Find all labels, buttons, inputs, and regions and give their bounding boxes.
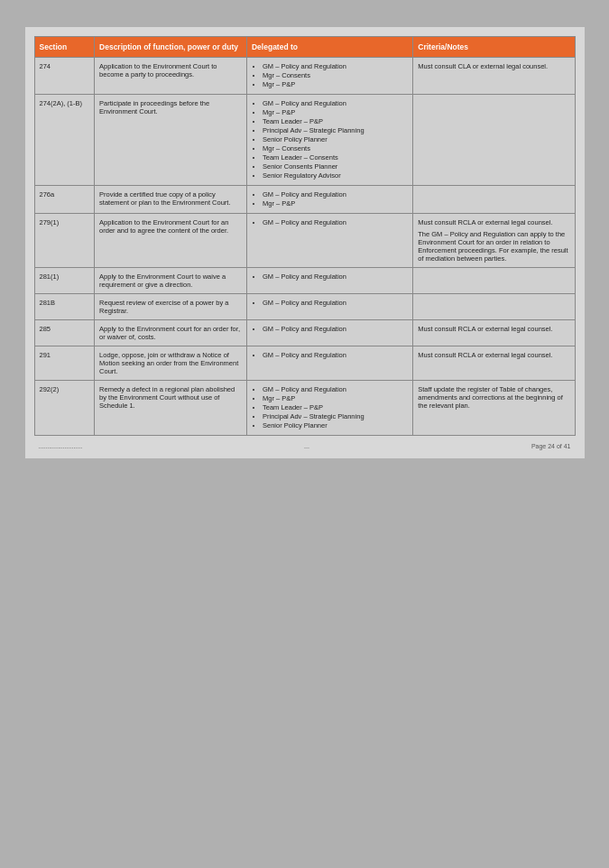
delegated-item: Team Leader – P&P — [263, 117, 408, 125]
table-row: 285Apply to the Environment court for an… — [34, 320, 575, 346]
page-container: Section Description of function, power o… — [25, 27, 585, 458]
delegated-item: GM – Policy and Regulation — [263, 62, 408, 70]
cell-delegated: GM – Policy and Regulation — [246, 346, 412, 381]
delegated-item: GM – Policy and Regulation — [263, 299, 408, 307]
cell-section: 279(1) — [34, 214, 95, 268]
delegated-item: Team Leader – P&P — [263, 403, 408, 411]
cell-desc: Request review of exercise of a power by… — [95, 294, 247, 320]
delegated-item: GM – Policy and Regulation — [263, 218, 408, 226]
delegated-item: Senior Policy Planner — [263, 421, 408, 429]
header-desc: Description of function, power or duty — [95, 37, 247, 58]
delegated-item: Senior Policy Planner — [263, 135, 408, 143]
table-row: 281BRequest review of exercise of a powe… — [34, 294, 575, 320]
delegated-item: Mgr – Consents — [263, 71, 408, 79]
delegated-item: Senior Regulatory Advisor — [263, 171, 408, 180]
delegated-item: Principal Adv – Strategic Planning — [263, 412, 408, 420]
table-row: 291Lodge, oppose, join or withdraw a Not… — [34, 346, 575, 381]
delegated-item: Mgr – P&P — [263, 108, 408, 116]
table-row: 292(2)Remedy a defect in a regional plan… — [34, 381, 575, 436]
cell-delegated: GM – Policy and RegulationMgr – P&P — [246, 186, 412, 214]
delegated-item: Mgr – P&P — [263, 394, 408, 402]
cell-delegated: GM – Policy and Regulation — [246, 214, 412, 268]
cell-desc: Apply to the Environment Court to waive … — [95, 268, 247, 294]
cell-delegated: GM – Policy and RegulationMgr – P&PTeam … — [246, 95, 412, 186]
cell-delegated: GM – Policy and Regulation — [246, 320, 412, 346]
delegated-item: Mgr – P&P — [263, 80, 408, 88]
cell-criteria: Must consult RCLA or external legal coun… — [413, 214, 575, 268]
cell-section: 274(2A), (1-B) — [34, 95, 95, 186]
footer-dots: ......................... — [39, 443, 83, 449]
cell-desc: Participate in proceedings before the En… — [95, 95, 247, 186]
delegated-item: Team Leader – Consents — [263, 153, 408, 162]
cell-section: 292(2) — [34, 381, 95, 436]
delegated-item: GM – Policy and Regulation — [263, 99, 408, 107]
delegations-table: Section Description of function, power o… — [34, 36, 576, 436]
table-row: 274(2A), (1-B)Participate in proceedings… — [34, 95, 575, 186]
delegated-item: Mgr – P&P — [263, 199, 408, 208]
cell-criteria: Must consult RCLA or external legal coun… — [413, 320, 575, 346]
cell-desc: Apply to the Environment court for an or… — [95, 320, 247, 346]
footer-separator: ... — [304, 443, 309, 449]
page-info: Page 24 of 41 — [531, 443, 571, 449]
cell-criteria: Staff update the register of Table of ch… — [413, 381, 575, 436]
delegated-item: GM – Policy and Regulation — [263, 190, 408, 199]
cell-section: 274 — [34, 58, 95, 95]
header-criteria: Criteria/Notes — [413, 37, 575, 58]
table-row: 281(1)Apply to the Environment Court to … — [34, 268, 575, 294]
cell-desc: Application to the Environment Court to … — [95, 58, 247, 95]
cell-section: 291 — [34, 346, 95, 381]
cell-criteria — [413, 294, 575, 320]
delegated-item: GM – Policy and Regulation — [263, 385, 408, 393]
cell-section: 276a — [34, 186, 95, 214]
cell-criteria: Must consult RCLA or external legal coun… — [413, 346, 575, 381]
delegated-item: GM – Policy and Regulation — [263, 325, 408, 333]
cell-criteria — [413, 268, 575, 294]
delegated-item: GM – Policy and Regulation — [263, 351, 408, 359]
header-delegated: Delegated to — [246, 37, 412, 58]
cell-delegated: GM – Policy and RegulationMgr – P&PTeam … — [246, 381, 412, 436]
table-row: 274Application to the Environment Court … — [34, 58, 575, 95]
cell-section: 281(1) — [34, 268, 95, 294]
cell-criteria — [413, 95, 575, 186]
cell-delegated: GM – Policy and Regulation — [246, 294, 412, 320]
cell-criteria — [413, 186, 575, 214]
delegated-item: Mgr – Consents — [263, 144, 408, 152]
delegated-item: Senior Consents Planner — [263, 162, 408, 171]
page-footer: ......................... ... Page 24 of… — [34, 443, 576, 449]
cell-desc: Application to the Environment Court for… — [95, 214, 247, 268]
cell-desc: Provide a certified true copy of a polic… — [95, 186, 247, 214]
delegated-item: GM – Policy and Regulation — [263, 272, 408, 281]
table-row: 279(1)Application to the Environment Cou… — [34, 214, 575, 268]
cell-desc: Remedy a defect in a regional plan aboli… — [95, 381, 247, 436]
cell-desc: Lodge, oppose, join or withdraw a Notice… — [95, 346, 247, 381]
cell-section: 285 — [34, 320, 95, 346]
cell-delegated: GM – Policy and RegulationMgr – Consents… — [246, 58, 412, 95]
cell-delegated: GM – Policy and Regulation — [246, 268, 412, 294]
delegated-item: Principal Adv – Strategic Planning — [263, 126, 408, 134]
table-row: 276aProvide a certified true copy of a p… — [34, 186, 575, 214]
cell-criteria: Must consult CLA or external legal couns… — [413, 58, 575, 95]
header-section: Section — [34, 37, 95, 58]
cell-section: 281B — [34, 294, 95, 320]
